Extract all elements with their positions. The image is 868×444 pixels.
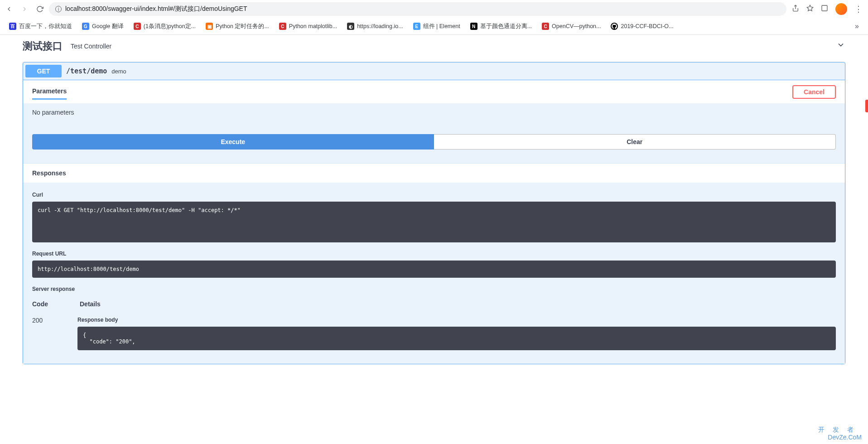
bookmark-label: 组件 | Element [423,23,460,30]
back-button[interactable] [5,5,13,13]
response-details: Response body { "code": "200", [77,317,836,350]
bookmark-ccf-bdci[interactable]: 2019-CCF-BDCI-O... [611,23,673,30]
python-icon: ▣ [206,23,213,30]
side-indicator [865,100,868,112]
operation-path: /test/demo [66,67,107,75]
baidu-icon: 百 [9,23,16,30]
nav-bar: i ⋮ [0,0,868,18]
response-code: 200 [32,317,50,324]
bookmark-color-channel[interactable]: N基于颜色通道分离... [470,23,532,30]
swagger-container: 测试接口 Test Controller GET /test/demo demo… [0,35,868,364]
parameters-body: No parameters Execute Clear [23,103,845,163]
parameters-header: Parameters Cancel [23,80,845,103]
browser-chrome: i ⋮ 百百度一下，你就知道 GGoogle 翻译 C(1条消息)python定… [0,0,868,35]
server-response-label: Server response [32,286,836,292]
response-row: 200 Response body { "code": "200", [32,312,836,355]
google-icon: G [82,23,89,30]
response-body-label: Response body [77,317,836,323]
response-table-header: Code Details [32,296,836,312]
bookmark-baidu[interactable]: 百百度一下，你就知道 [9,23,72,30]
site-info-icon[interactable]: i [55,6,62,12]
bookmark-element[interactable]: E组件 | Element [413,23,460,30]
curl-label: Curl [32,192,836,198]
tag-description: Test Controller [71,43,111,50]
bookmark-label: 基于颜色通道分离... [480,23,532,30]
bookmark-python-msg[interactable]: C(1条消息)python定... [134,23,196,30]
bookmark-label: OpenCV—python... [552,23,601,29]
star-icon[interactable] [806,5,814,14]
csdn-icon: C [279,23,286,30]
cancel-button[interactable]: Cancel [792,85,836,99]
request-url[interactable]: http://localhost:8000/test/demo [32,261,836,278]
operation-summary[interactable]: GET /test/demo demo [23,63,845,80]
responses-body: Curl curl -X GET "http://localhost:8000/… [23,183,845,364]
profile-avatar[interactable] [835,3,847,15]
bookmark-google-translate[interactable]: GGoogle 翻译 [82,23,124,30]
nav-buttons [5,5,43,13]
bookmark-python-cron[interactable]: ▣Python 定时任务的... [206,23,269,30]
bookmark-label: Python matplotlib... [289,23,337,29]
url-input[interactable] [65,5,780,13]
bookmarks-bar: 百百度一下，你就知道 GGoogle 翻译 C(1条消息)python定... … [0,18,868,34]
n-icon: N [470,23,477,30]
http-method-badge: GET [25,65,62,77]
tab-parameters[interactable]: Parameters [32,84,67,100]
responses-title: Responses [32,169,66,177]
bookmark-matplotlib[interactable]: CPython matplotlib... [279,23,337,30]
share-icon[interactable] [792,5,799,14]
reload-button[interactable] [36,5,43,13]
bookmarks-overflow[interactable]: » [855,22,859,30]
toolbar-right: ⋮ [792,3,863,15]
menu-icon[interactable]: ⋮ [854,4,863,14]
bookmark-label: Python 定时任务的... [216,23,269,30]
operation-description: demo [111,68,126,75]
bookmark-label: (1条消息)python定... [144,23,196,30]
bookmark-label: Google 翻译 [92,23,124,30]
curl-command[interactable]: curl -X GET "http://localhost:8000/test/… [32,202,836,242]
button-group: Execute Clear [32,130,836,154]
bookmark-opencv[interactable]: COpenCV—python... [542,23,601,30]
chevron-down-icon[interactable] [836,40,845,52]
tag-header[interactable]: 测试接口 Test Controller [23,35,845,58]
operation-block: GET /test/demo demo Parameters Cancel No… [23,62,845,364]
element-icon: E [413,23,420,30]
code-column-header: Code [32,300,48,308]
responses-header: Responses [23,163,845,183]
github-icon [611,23,618,30]
csdn-icon: C [134,23,141,30]
bookmark-loading[interactable]: ◐https://loading.io... [347,23,403,30]
execute-button[interactable]: Execute [32,134,434,150]
response-body-content[interactable]: { "code": "200", [77,327,836,350]
svg-rect-2 [822,5,827,11]
address-bar[interactable]: i [49,2,786,16]
bookmark-label: 百度一下，你就知道 [19,23,72,30]
csdn-icon: C [542,23,549,30]
no-parameters-text: No parameters [32,109,836,116]
loading-icon: ◐ [347,23,354,30]
extensions-icon[interactable] [821,5,828,14]
clear-button[interactable]: Clear [434,134,836,150]
operation-body: Parameters Cancel No parameters Execute … [23,80,845,364]
tag-name: 测试接口 [23,39,63,53]
details-column-header: Details [80,300,101,308]
forward-button[interactable] [21,5,28,13]
svg-marker-1 [807,5,813,11]
bookmark-label: 2019-CCF-BDCI-O... [621,23,673,29]
request-url-label: Request URL [32,251,836,257]
bookmark-label: https://loading.io... [357,23,403,29]
